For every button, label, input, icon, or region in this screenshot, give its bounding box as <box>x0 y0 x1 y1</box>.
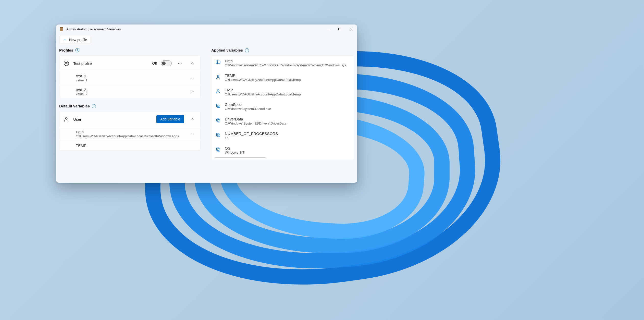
applied-variable-value: C:\Windows\system32\cmd.exe <box>225 107 350 111</box>
svg-point-24 <box>217 75 219 77</box>
svg-rect-33 <box>217 149 220 151</box>
info-icon[interactable]: i <box>92 104 96 108</box>
window-title: Administrator: Environment Variables <box>66 27 121 31</box>
applied-variable-value: C:\Windows\System32\Drivers\DriverData <box>225 121 350 125</box>
variable-name: Path <box>76 130 185 134</box>
user-icon <box>64 116 69 122</box>
svg-rect-30 <box>216 133 219 136</box>
svg-point-12 <box>192 78 193 78</box>
applied-variables-list: APathC:\Windows\system32;C:\Windows;C:\W… <box>211 55 354 160</box>
svg-point-18 <box>191 133 191 134</box>
applied-variable-row[interactable]: ComSpecC:\Windows\system32\cmd.exe <box>212 99 354 114</box>
svg-point-19 <box>192 133 193 134</box>
profiles-label: Profiles <box>59 48 73 52</box>
toggle-state-label: Off <box>152 61 157 65</box>
svg-point-10 <box>181 63 182 64</box>
default-variable-row[interactable]: Path C:\Users\WDAGUtilityAccount\AppData… <box>59 127 200 141</box>
maximize-button[interactable] <box>334 24 345 34</box>
default-variable-row[interactable]: TEMP <box>59 141 200 150</box>
applied-variable-name: TEMP <box>225 73 350 78</box>
default-vars-label: Default variables <box>59 104 90 108</box>
applied-variable-value: 16 <box>225 136 350 140</box>
copy-icon <box>216 147 221 152</box>
variable-value: value_2 <box>76 92 185 96</box>
applied-variable-row[interactable]: TMPC:\Users\WDAGUtilityAccount\AppData\L… <box>212 85 354 99</box>
user-icon <box>216 74 221 79</box>
svg-point-20 <box>193 133 194 134</box>
add-variable-button[interactable]: Add variable <box>156 115 184 123</box>
svg-point-9 <box>180 63 180 64</box>
new-profile-label: New profile <box>69 38 87 42</box>
applied-variable-value: C:\Users\WDAGUtilityAccount\AppData\Loca… <box>225 92 350 96</box>
svg-point-17 <box>65 117 67 119</box>
applied-variable-row[interactable]: DriverDataC:\Windows\System32\Drivers\Dr… <box>212 114 354 128</box>
variable-name: test_2 <box>76 88 185 92</box>
profile-header-row[interactable]: Test profile Off <box>59 56 200 71</box>
applied-variable-value: Windows_NT <box>225 151 350 154</box>
profile-variable-row[interactable]: test_1 value_1 <box>59 71 200 85</box>
variable-value: C:\Users\WDAGUtilityAccount\AppData\Loca… <box>76 134 185 138</box>
svg-point-13 <box>193 78 194 78</box>
svg-point-14 <box>191 91 191 92</box>
svg-rect-29 <box>217 120 220 122</box>
applied-variable-name: ComSpec <box>225 102 350 107</box>
minimize-button[interactable] <box>322 24 334 34</box>
svg-rect-26 <box>216 104 219 107</box>
variable-more-button[interactable] <box>188 88 196 96</box>
applied-variable-name: NUMBER_OF_PROCESSORS <box>225 131 350 136</box>
svg-point-25 <box>217 90 219 91</box>
profile-name: Test profile <box>73 61 148 66</box>
profile-variable-row[interactable]: test_2 value_2 <box>59 85 200 99</box>
applied-variable-row[interactable]: TEMPC:\Users\WDAGUtilityAccount\AppData\… <box>212 70 354 85</box>
variable-more-button[interactable] <box>188 74 196 82</box>
profile-toggle[interactable] <box>161 60 172 66</box>
variable-more-button[interactable] <box>188 130 196 138</box>
svg-point-11 <box>191 78 191 78</box>
applied-variable-row[interactable]: OSWindows_NT <box>212 143 354 157</box>
svg-rect-27 <box>217 105 220 108</box>
close-button[interactable] <box>345 24 357 34</box>
svg-text:A: A <box>217 61 218 64</box>
copy-icon <box>216 103 221 108</box>
applied-variable-value: C:\Windows\system32;C:\Windows;C:\Window… <box>225 63 350 67</box>
profile-card: Test profile Off test_1 value_ <box>59 55 201 99</box>
horizontal-scroll-indicator[interactable] <box>215 157 266 158</box>
svg-rect-1 <box>339 28 341 30</box>
profile-more-button[interactable] <box>176 59 184 67</box>
svg-rect-32 <box>216 148 219 150</box>
plus-icon: ＋ <box>63 38 67 42</box>
svg-rect-28 <box>216 119 219 121</box>
variable-name: test_1 <box>76 74 185 78</box>
titlebar[interactable]: Administrator: Environment Variables <box>56 24 357 34</box>
applied-variable-name: DriverData <box>225 117 350 121</box>
rename-icon: A <box>216 60 221 65</box>
default-group-name: User <box>73 117 152 121</box>
default-vars-section-header: Default variables i <box>59 104 201 108</box>
default-group-header-row[interactable]: User Add variable <box>59 112 200 127</box>
svg-rect-31 <box>217 134 220 137</box>
applied-variable-row[interactable]: NUMBER_OF_PROCESSORS16 <box>212 128 354 143</box>
info-icon[interactable]: i <box>75 48 79 52</box>
toolbar: ＋ New profile <box>56 34 357 48</box>
profile-collapse-button[interactable] <box>188 59 196 67</box>
profiles-section-header: Profiles i <box>59 48 202 52</box>
applied-variable-row[interactable]: APathC:\Windows\system32;C:\Windows;C:\W… <box>212 56 354 70</box>
applied-variable-value: C:\Users\WDAGUtilityAccount\AppData\Loca… <box>225 78 350 82</box>
applied-variable-name: TMP <box>225 88 350 92</box>
hamburger-icon <box>64 60 69 66</box>
svg-point-16 <box>193 91 194 92</box>
variable-value: value_1 <box>76 78 185 82</box>
applied-variable-name: OS <box>225 146 350 150</box>
default-group-card: User Add variable Path C:\Users\WDAGUtil… <box>59 111 201 151</box>
applied-variable-name: Path <box>225 59 350 63</box>
copy-icon <box>216 132 221 138</box>
svg-point-8 <box>178 63 179 64</box>
app-icon <box>59 27 64 31</box>
svg-point-15 <box>192 91 193 92</box>
new-profile-button[interactable]: ＋ New profile <box>59 36 91 44</box>
default-group-collapse-button[interactable] <box>188 115 196 123</box>
info-icon[interactable]: i <box>245 48 249 52</box>
variable-name: TEMP <box>76 143 196 148</box>
copy-icon <box>216 118 221 123</box>
applied-section-header: Applied variables i <box>211 48 354 52</box>
